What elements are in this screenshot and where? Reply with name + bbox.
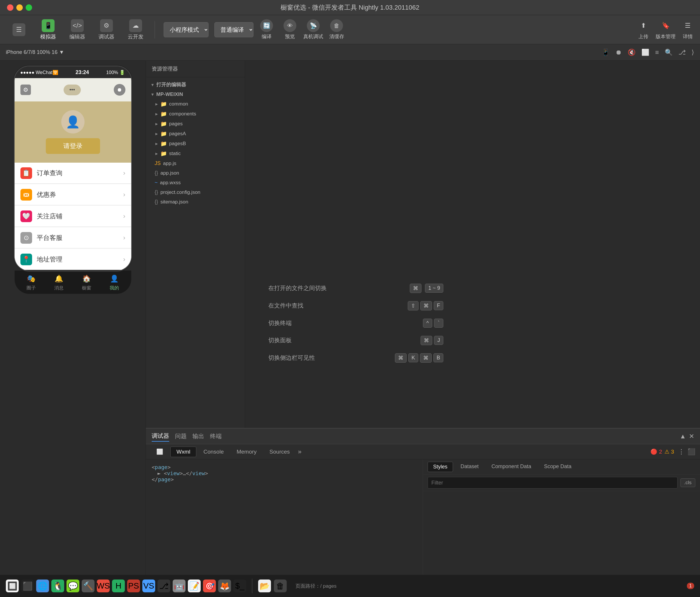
devtools-panel: 调试器 问题 输出 终端 ▲ ✕ ⬜ Wxml Console Memory S… (146, 428, 700, 597)
tree-file-appwxss[interactable]: ~ app.wxss (146, 178, 245, 187)
list-item[interactable]: 📍 地址管理 › (15, 249, 131, 270)
arrow-icon: › (123, 234, 125, 242)
real-device-action[interactable]: 📡 真机调试 (303, 19, 323, 40)
more-tabs-icon[interactable]: » (298, 448, 302, 456)
tree-file-sitemap[interactable]: {} sitemap.json (146, 197, 245, 207)
filter-input[interactable] (428, 477, 678, 489)
record-button[interactable]: ⏺ (114, 84, 125, 96)
files-icon[interactable]: 📂 (258, 579, 271, 592)
tree-folder-pagesa[interactable]: ► 📁 pagesA (146, 129, 245, 139)
tree-folder-components[interactable]: ► 📁 components (146, 109, 245, 119)
terminal-icon[interactable]: ⬛ (21, 579, 34, 592)
version-button[interactable]: 🔖 版本管理 (656, 19, 675, 40)
list-item[interactable]: 🎟 优惠券 › (15, 184, 131, 205)
detail-button[interactable]: ☰ 详情 (681, 19, 694, 40)
collapse-icon[interactable]: ⟩ (692, 49, 694, 56)
shell-icon[interactable]: $_ (233, 579, 246, 592)
cloud-button[interactable]: ☁ 云开发 (123, 18, 149, 42)
cls-badge[interactable]: .cls (680, 478, 696, 487)
mode-select[interactable]: 小程序模式 (164, 22, 208, 37)
record-icon[interactable]: ⏺ (616, 49, 622, 56)
trash-icon[interactable]: 🗑 (274, 579, 287, 592)
clear-cache-action[interactable]: 🗑 清缓存 (326, 19, 347, 40)
compile-select[interactable]: 普通编译 (215, 22, 253, 37)
arrow-icon: › (123, 170, 125, 177)
close-button[interactable] (7, 4, 14, 11)
tree-file-projectconfig[interactable]: {} project.config.json (146, 187, 245, 197)
subtab-inspector[interactable]: ⬜ (150, 447, 169, 457)
menu-button[interactable]: ☰ (6, 18, 32, 42)
tree-file-appjson[interactable]: {} app.json (146, 168, 245, 178)
style-tab-component[interactable]: Component Data (486, 462, 536, 472)
tab-item-circle[interactable]: 🎭 圈子 (26, 274, 36, 291)
tree-folder-pages[interactable]: ► 📁 pages (146, 119, 245, 129)
debugger-button[interactable]: ⚙ 调试器 (93, 18, 120, 42)
subtab-wxml[interactable]: Wxml (170, 447, 196, 457)
upload-button[interactable]: ⬆ 上传 (637, 19, 650, 40)
devtools-tab-debugger[interactable]: 调试器 (152, 431, 169, 442)
devtools-tab-issues[interactable]: 问题 (175, 431, 187, 441)
minimize-button[interactable] (16, 4, 23, 11)
browser-icon[interactable]: 🦊 (218, 579, 231, 592)
subtab-sources[interactable]: Sources (264, 447, 296, 457)
shortcut-desc: 切换终端 (268, 319, 292, 327)
hbuilder-icon[interactable]: H (112, 579, 125, 592)
key-k: K (408, 353, 418, 362)
list-item[interactable]: 🤍 关注店铺 › (15, 206, 131, 227)
devtools-tab-output[interactable]: 输出 (193, 431, 204, 441)
editor-button[interactable]: </> 编辑器 (64, 18, 91, 42)
search-icon[interactable]: 🔍 (665, 49, 673, 56)
list-icon[interactable]: ≡ (655, 49, 659, 56)
devtools-panel-icon[interactable]: ⬛ (688, 448, 695, 456)
shortcut-keys: ⇧ ⌘ F (408, 301, 443, 310)
devtools-tab-terminal[interactable]: 终端 (210, 431, 222, 441)
close-icon[interactable]: ✕ (689, 433, 694, 440)
webstorm-icon[interactable]: WS (97, 579, 110, 592)
mp-weixin-section[interactable]: ▼ MP-WEIXIN (146, 90, 245, 99)
tree-folder-static[interactable]: ► 📁 static (146, 149, 245, 159)
finder-icon[interactable]: 🔲 (6, 579, 19, 592)
open-editors-section[interactable]: ▼ 打开的编辑器 (146, 80, 245, 90)
tab-item-window[interactable]: 🏠 橱窗 (81, 274, 92, 291)
chrome-icon[interactable]: 🌐 (36, 579, 49, 592)
wechat-icon[interactable]: 💬 (67, 579, 79, 592)
subtab-memory[interactable]: Memory (231, 447, 262, 457)
screenshot-icon[interactable]: ⬜ (641, 49, 649, 56)
volume-icon[interactable]: 🔇 (628, 49, 635, 56)
qq-icon[interactable]: 🐧 (51, 579, 64, 592)
avatar: 👤 (61, 110, 84, 133)
simulator-button[interactable]: 📱 模拟器 (35, 18, 61, 42)
phpstorm-icon[interactable]: PS (127, 579, 140, 592)
preview-action[interactable]: 👁 预览 (280, 19, 300, 40)
tree-file-appjs[interactable]: JS app.js (146, 159, 245, 168)
maximize-button[interactable] (26, 4, 32, 11)
tree-folder-pagesb[interactable]: ► 📁 pagesB (146, 139, 245, 149)
settings-icon[interactable]: ⚙ (20, 84, 31, 95)
compile-action[interactable]: 🔄 编译 (256, 19, 277, 40)
style-tab-dataset[interactable]: Dataset (455, 462, 484, 472)
tab-item-message[interactable]: 🔔 消息 (54, 274, 64, 291)
login-button[interactable]: 请登录 (46, 138, 100, 154)
expand-icon[interactable]: ▲ (680, 433, 686, 440)
titlebar: 橱窗优选 - 微信开发者工具 Nightly 1.03.2011062 (0, 0, 700, 15)
vscode-icon[interactable]: VS (142, 579, 155, 592)
phone-icon[interactable]: 📱 (602, 49, 609, 56)
simulator-panel: ●●●●● WeChat🛜 23:24 100% 🔋 ⚙ ••• ⏺ 👤 请登录 (0, 61, 146, 597)
subtab-console[interactable]: Console (197, 447, 229, 457)
style-tab-styles[interactable]: Styles (428, 462, 453, 472)
list-item[interactable]: ⊙ 平台客服 › (15, 227, 131, 249)
style-tab-scope[interactable]: Scope Data (539, 462, 577, 472)
android-icon[interactable]: 🤖 (173, 579, 185, 592)
notes-icon[interactable]: 📝 (188, 579, 201, 592)
git-icon[interactable]: ⎇ (678, 49, 686, 56)
tab-item-mine[interactable]: 👤 我的 (109, 274, 120, 291)
list-item[interactable]: 📋 订单查询 › (15, 163, 131, 184)
devtools-menu-icon[interactable]: ⋮ (678, 448, 684, 456)
phone-tabbar: 🎭 圈子 🔔 消息 🏠 橱窗 👤 我的 (15, 270, 131, 294)
dots-button[interactable]: ••• (64, 84, 81, 95)
xcode-icon[interactable]: 🔨 (82, 579, 95, 592)
device-label[interactable]: iPhone 6/7/8 100% 16 ▼ (6, 49, 64, 55)
app-icon[interactable]: 🎯 (203, 579, 216, 592)
tree-folder-common[interactable]: ► 📁 common (146, 99, 245, 109)
git-icon[interactable]: ⎇ (157, 579, 170, 592)
